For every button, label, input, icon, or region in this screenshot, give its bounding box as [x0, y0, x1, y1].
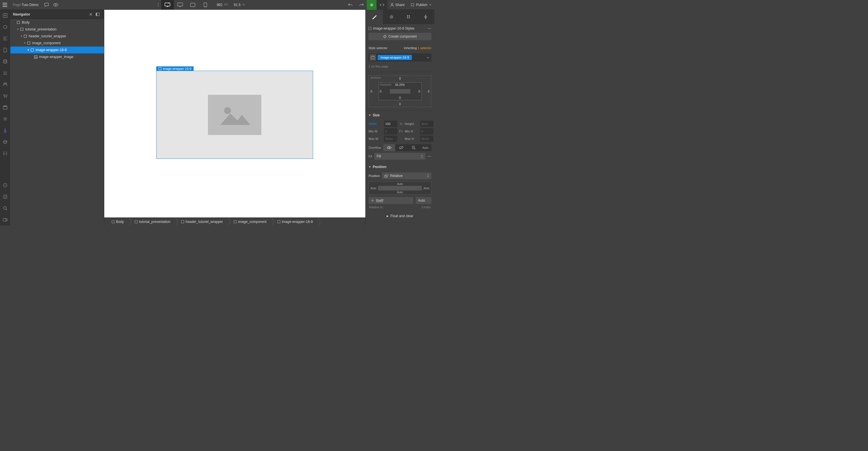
maxw-input[interactable]	[384, 136, 397, 142]
section-size[interactable]: ▼Size	[366, 111, 434, 120]
fit-select[interactable]: Fill	[374, 153, 425, 160]
selected-element[interactable]	[156, 71, 313, 159]
share-label: Share	[396, 3, 405, 7]
tab-style[interactable]	[366, 10, 383, 24]
width-input[interactable]	[384, 121, 397, 127]
tab-settings[interactable]	[383, 10, 400, 24]
tree-row[interactable]: ▼header_tutoriel_wrapper	[10, 33, 104, 40]
tree-row[interactable]: ▼image_component	[10, 40, 104, 47]
symbols-icon[interactable]	[0, 21, 10, 33]
section-float-clear[interactable]: ▶Float and clear	[366, 212, 434, 220]
close-icon[interactable]	[87, 13, 94, 16]
cms-icon[interactable]	[0, 56, 10, 67]
undo-icon[interactable]	[345, 0, 356, 10]
add-element-icon[interactable]	[0, 10, 10, 21]
users-icon[interactable]	[0, 79, 10, 90]
viewport-width[interactable]: 992	[217, 3, 223, 7]
navigator-icon[interactable]	[0, 33, 10, 44]
breadcrumb-item[interactable]: Body	[106, 218, 129, 226]
breadcrumb-item[interactable]: image_component	[228, 218, 272, 226]
ecommerce-icon[interactable]	[0, 90, 10, 102]
relative-to-button[interactable]: Itself	[369, 197, 413, 204]
tree-row[interactable]: ▼image-wrapper-16-9	[10, 47, 104, 54]
overflow-auto[interactable]: Auto	[420, 144, 431, 151]
pages-icon[interactable]	[0, 44, 10, 56]
share-button[interactable]: Share	[388, 0, 408, 10]
style-selector-field[interactable]: image-wrapper-16-9	[369, 54, 431, 61]
width-label: Width	[369, 122, 383, 125]
zoom-value[interactable]: 91.5	[234, 3, 240, 7]
publish-button[interactable]: Publish	[408, 0, 434, 10]
pos-top[interactable]: Auto	[397, 182, 403, 186]
more-icon[interactable]	[155, 3, 161, 7]
more-icon[interactable]: ⋯	[428, 154, 431, 158]
width-unit[interactable]: %	[398, 122, 404, 125]
help-icon[interactable]: ?	[0, 180, 10, 191]
tree-label: header_tutoriel_wrapper	[29, 34, 66, 38]
assets-icon[interactable]	[0, 102, 10, 113]
checklist-icon[interactable]	[0, 191, 10, 203]
pos-right[interactable]: Auto	[423, 187, 429, 190]
chevron-down-icon[interactable]	[427, 57, 429, 58]
margin-bottom[interactable]: 0	[399, 102, 401, 106]
viewport-desktop-base[interactable]	[161, 0, 174, 10]
overflow-scroll[interactable]	[407, 144, 420, 151]
padding-top[interactable]: 56.25%	[395, 83, 405, 87]
zindex-auto[interactable]: Auto-	[415, 197, 431, 204]
apps-icon[interactable]	[0, 136, 10, 148]
pin-panel-icon[interactable]	[94, 12, 101, 16]
padding-bottom[interactable]: 0	[399, 96, 401, 99]
svg-point-45	[409, 15, 410, 17]
padding-right[interactable]: 0	[418, 90, 420, 93]
variables-icon[interactable]: F	[0, 148, 10, 159]
maxh-input[interactable]	[420, 136, 433, 142]
maxw-unit[interactable]: -	[398, 137, 404, 141]
viewport-tablet[interactable]	[186, 0, 199, 10]
tab-interactions[interactable]	[400, 10, 417, 24]
selector-pill[interactable]: image-wrapper-16-9	[378, 55, 412, 60]
status-ok-icon[interactable]	[367, 0, 377, 10]
breadcrumb-item[interactable]: image-wrapper-16-9	[272, 218, 318, 226]
position-select[interactable]: Relative	[382, 172, 431, 179]
comments-icon[interactable]	[42, 0, 51, 10]
more-icon[interactable]: ⋯	[428, 26, 431, 30]
logic-icon[interactable]	[0, 125, 10, 136]
svg-rect-46	[369, 27, 371, 30]
style-panel-tabs	[366, 10, 434, 24]
section-position[interactable]: ▼Position	[366, 162, 434, 171]
breadcrumb-item[interactable]: header_tutoriel_wrapper	[176, 218, 228, 226]
pos-bottom[interactable]: Auto	[397, 191, 403, 194]
minw-unit[interactable]: PX	[398, 130, 404, 133]
minw-input[interactable]	[384, 128, 397, 134]
tree-row[interactable]: ▼tutorial_presentation	[10, 26, 104, 33]
search-icon[interactable]	[0, 203, 10, 214]
viewport-mobile[interactable]	[199, 0, 212, 10]
menu-icon[interactable]	[0, 0, 10, 10]
redo-icon[interactable]	[356, 0, 367, 10]
settings-icon[interactable]	[0, 113, 10, 125]
state-icon[interactable]	[370, 54, 376, 61]
viewport-desktop[interactable]	[174, 0, 186, 10]
selection-label[interactable]: image-wrapper-16-9	[156, 66, 194, 71]
padding-left[interactable]: 0	[380, 90, 382, 93]
page-name[interactable]: Tuto Démo	[22, 3, 38, 7]
canvas[interactable]: image-wrapper-16-9	[104, 10, 365, 217]
tree-row[interactable]: Body	[10, 19, 104, 26]
inheriting-label[interactable]: Inheriting 1 selector	[404, 46, 431, 50]
minh-input[interactable]	[420, 128, 433, 134]
margin-top[interactable]: 0	[399, 77, 401, 80]
height-input[interactable]	[420, 121, 433, 127]
video-icon[interactable]	[0, 214, 10, 226]
preview-icon[interactable]	[51, 0, 60, 10]
tree-row[interactable]: image-wrapper_image	[10, 54, 104, 60]
margin-left[interactable]: 0	[371, 90, 372, 93]
pos-left[interactable]: Auto	[371, 187, 377, 190]
overflow-hidden[interactable]	[395, 144, 407, 151]
ecommerce-icon-alt[interactable]	[0, 67, 10, 79]
create-component-button[interactable]: Create component	[369, 33, 431, 40]
overflow-visible[interactable]	[383, 144, 395, 151]
export-code-icon[interactable]	[377, 0, 388, 10]
margin-right[interactable]: 0	[428, 90, 429, 93]
tab-effects[interactable]	[417, 10, 434, 24]
breadcrumb-item[interactable]: tutorial_presentation	[129, 218, 176, 226]
